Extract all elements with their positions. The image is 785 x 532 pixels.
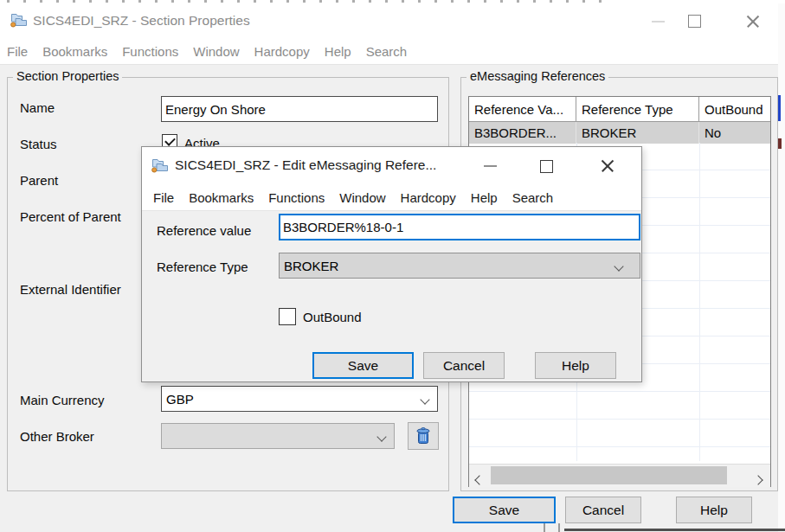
references-table-header: Reference Va... Reference Type OutBound [469, 97, 770, 122]
reference-type-value: BROKER [284, 259, 338, 273]
maximize-icon [540, 160, 553, 173]
outbound-checkbox[interactable] [279, 308, 296, 325]
chevron-left-icon [474, 475, 484, 484]
dialog-help-button[interactable]: Help [535, 352, 616, 379]
dialog-menu-item-bookmarks[interactable]: Bookmarks [189, 190, 254, 205]
name-input[interactable] [161, 96, 438, 122]
menu-item-hardcopy[interactable]: Hardcopy [254, 44, 310, 59]
dialog-maximize-button[interactable] [529, 148, 563, 184]
save-button[interactable]: Save [453, 497, 556, 523]
dialog-title: SICS4EDI_SRZ - Edit eMessaging Refere... [175, 157, 436, 173]
close-button[interactable] [734, 3, 772, 39]
reference-value-input[interactable] [279, 214, 640, 240]
chevron-right-icon [753, 475, 762, 484]
percent-of-parent-label: Percent of Parent [20, 209, 121, 224]
dialog-cancel-button[interactable]: Cancel [423, 352, 505, 379]
minimize-button[interactable] [639, 3, 677, 39]
menu-item-window[interactable]: Window [193, 44, 239, 59]
scroll-left-button[interactable] [476, 471, 483, 487]
background-window-sliver-right [778, 3, 785, 532]
chevron-down-icon [614, 261, 623, 271]
cancel-button[interactable]: Cancel [565, 497, 641, 523]
background-artifact [778, 138, 782, 149]
app-icon [151, 157, 169, 173]
status-label: Status [20, 137, 57, 151]
parent-label: Parent [20, 173, 58, 188]
table-gridline [699, 143, 700, 461]
dialog-close-button[interactable] [590, 148, 625, 184]
trash-icon [415, 426, 432, 445]
maximize-button[interactable] [675, 3, 713, 39]
menu-item-search[interactable]: Search [366, 44, 408, 59]
dialog-menubar: File Bookmarks Functions Window Hardcopy… [142, 184, 641, 211]
maximize-icon [688, 15, 701, 28]
dialog-menu-item-window[interactable]: Window [339, 190, 385, 205]
cell-reference-value[interactable]: B3BORDER... [469, 122, 576, 144]
background-artifact [564, 529, 785, 531]
outbound-checkbox-label: OutBound [303, 310, 362, 324]
dialog-titlebar[interactable]: SICS4EDI_SRZ - Edit eMessaging Refere... [142, 147, 641, 184]
check-icon [164, 135, 176, 146]
window-title: SICS4EDI_SRZ - Section Properties [33, 13, 250, 29]
reference-type-select[interactable]: BROKER [279, 253, 640, 279]
background-artifact [778, 95, 781, 121]
dialog-menu-item-hardcopy[interactable]: Hardcopy [401, 190, 456, 205]
dialog-minimize-button[interactable] [473, 148, 507, 184]
desktop: SICS4EDI_SRZ - Section Properties File B… [0, 0, 785, 532]
close-icon [601, 159, 614, 173]
horizontal-scrollbar[interactable] [469, 464, 770, 487]
table-row-selected[interactable]: B3BORDER... BROKER No [469, 122, 770, 144]
other-broker-select[interactable] [161, 423, 395, 449]
main-currency-select[interactable]: GBP [161, 386, 438, 412]
header-reference-type[interactable]: Reference Type [576, 97, 699, 121]
main-currency-label: Main Currency [20, 393, 105, 407]
dialog-save-button[interactable]: Save [312, 352, 414, 379]
header-outbound[interactable]: OutBound [699, 97, 770, 121]
scrollbar-thumb[interactable] [491, 466, 727, 484]
close-icon [746, 15, 760, 29]
dialog-menu-item-help[interactable]: Help [471, 190, 498, 205]
main-currency-value: GBP [166, 392, 194, 407]
reference-value-label: Reference value [157, 223, 251, 238]
menu-item-help[interactable]: Help [325, 44, 351, 59]
cell-outbound[interactable]: No [699, 122, 770, 144]
menu-item-file[interactable]: File [7, 44, 28, 59]
background-artifact [544, 523, 545, 532]
background-artifact [558, 523, 560, 532]
dialog-menu-item-functions[interactable]: Functions [268, 190, 325, 205]
background-artifact [7, 0, 613, 3]
emessaging-references-group-label: eMessaging References [466, 69, 608, 83]
main-titlebar[interactable]: SICS4EDI_SRZ - Section Properties [0, 3, 778, 39]
main-menubar: File Bookmarks Functions Window Hardcopy… [0, 39, 778, 65]
minimize-icon [484, 165, 497, 167]
minimize-icon [652, 21, 665, 22]
external-identifier-label: External Identifier [20, 282, 121, 297]
header-reference-value[interactable]: Reference Va... [469, 97, 576, 121]
menu-item-bookmarks[interactable]: Bookmarks [42, 44, 107, 59]
app-icon [10, 12, 28, 28]
scroll-right-button[interactable] [755, 471, 762, 487]
cell-reference-type[interactable]: BROKER [576, 122, 699, 144]
dialog-menu-item-file[interactable]: File [153, 190, 174, 205]
chevron-down-icon [376, 432, 386, 441]
other-broker-label: Other Broker [20, 429, 94, 444]
name-label: Name [20, 100, 55, 115]
edit-emessaging-dialog: SICS4EDI_SRZ - Edit eMessaging Refere...… [141, 146, 642, 382]
reference-type-label: Reference Type [157, 260, 248, 274]
section-properties-group-label: Section Properties [13, 69, 122, 83]
chevron-down-icon [420, 394, 429, 404]
menu-item-functions[interactable]: Functions [122, 44, 178, 59]
dialog-menu-item-search[interactable]: Search [512, 190, 554, 205]
delete-broker-button[interactable] [408, 422, 439, 450]
help-button[interactable]: Help [676, 497, 752, 523]
